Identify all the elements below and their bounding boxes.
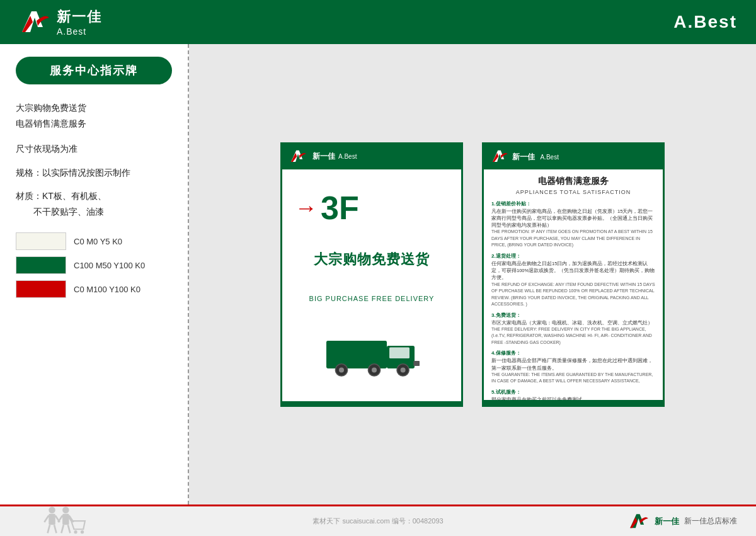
- spec-format-label: 规格：以实际情况按图示制作: [16, 165, 172, 181]
- sign-delivery-header: 新一佳 A.Best: [282, 144, 461, 169]
- people-silhouette: [35, 505, 91, 535]
- main-content: 服务中心指示牌 大宗购物免费送货 电器销售满意服务 尺寸依现场为准 规格：以实际…: [0, 44, 756, 505]
- logo-icon: [19, 8, 50, 37]
- footer: 素材天下 sucaisucai.com 编号：00482093 新一佳 新一佳总…: [0, 505, 756, 536]
- service-item-2: 2.退货处理： 任何家电商品在购物之日起15日内，加为退换商品，若经过技术检测认…: [491, 253, 655, 308]
- svg-rect-4: [326, 341, 387, 368]
- logo-chinese: 新一佳: [57, 8, 102, 26]
- left-panel: 服务中心指示牌 大宗购物免费送货 电器销售满意服务 尺寸依现场为准 规格：以实际…: [0, 44, 189, 505]
- header: 新一佳 A.Best A.Best: [0, 0, 756, 44]
- service-item-1-cn: 凡在新一佳购买的家电商品，在您购物之日起（凭发票）15天内，若您一家商行同型号商…: [491, 208, 655, 229]
- sign-delivery-logo-en: A.Best: [338, 153, 357, 160]
- swatch-green: [16, 256, 66, 274]
- spec-size: 尺寸依现场为准: [16, 141, 172, 157]
- footer-brand-suffix: 新一佳总店标准: [684, 516, 737, 527]
- svg-point-16: [49, 506, 55, 513]
- svg-point-22: [62, 506, 69, 513]
- color-swatches: C0 M0 Y5 K0 C100 M50 Y100 K0 C0 M100 Y10…: [16, 232, 172, 298]
- service-main-title: 电器销售满意服务: [491, 176, 655, 187]
- spec-material-label2: 不干胶贴字、油漆: [33, 204, 172, 220]
- sign-delivery-logo-text: 新一佳 A.Best: [312, 151, 357, 162]
- service-item-3: 3.免费送货： 市区大家电商品（大家电：电视机、冰箱、洗衣机、空调、立式燃气灶）…: [491, 312, 655, 346]
- service-item-2-en: THE REFUND OF EXCHANGE: ANY ITEM FOUND D…: [491, 282, 655, 308]
- service-item-4-en: THE GUARANTEE: THE ITEMS ARE GUARANTEED …: [491, 372, 655, 385]
- service-item-3-en: THE FREE DELIVERY: FREE DELIVERY IN CITY…: [491, 326, 655, 346]
- logo-english: A.Best: [57, 26, 102, 37]
- svg-rect-13: [413, 361, 420, 366]
- service-item-2-cn: 任何家电商品在购物之日起15日内，加为退换商品，若经过技术检测认定，可获得100…: [491, 260, 655, 282]
- header-logo: 新一佳 A.Best: [19, 8, 102, 37]
- sign-delivery-logo-cn: 新一佳: [312, 151, 335, 162]
- spec-material-label: 材质：KT板、有机板、: [16, 188, 172, 204]
- svg-point-8: [339, 367, 344, 372]
- footer-logo-icon: [627, 512, 650, 531]
- sign-service-logo-cn: 新一佳: [512, 152, 535, 161]
- sign-delivery-main-en: BIG PURCHASE FREE DELIVERY: [309, 295, 435, 302]
- spec-size-label: 尺寸依现场为准: [16, 141, 172, 157]
- service-content: 1.促销差价补贴： 凡在新一佳购买的家电商品，在您购物之日起（凭发票）15天内，…: [491, 200, 655, 400]
- swatch-row-white: C0 M0 Y5 K0: [16, 232, 172, 250]
- svg-line-26: [61, 525, 63, 533]
- svg-rect-23: [62, 514, 69, 525]
- svg-line-24: [58, 515, 62, 522]
- swatch-row-red: C0 M100 Y100 K0: [16, 280, 172, 298]
- truck-icon: [321, 328, 422, 379]
- spec-format: 规格：以实际情况按图示制作: [16, 165, 172, 181]
- sign-service-body: 电器销售满意服务 APPLIANCES TOTAL SATISFACTION 1…: [484, 169, 663, 400]
- header-brand-right: A.Best: [673, 12, 737, 32]
- sign-service-header: 新一佳 A.Best: [484, 144, 663, 169]
- swatch-red-label: C0 M100 Y100 K0: [74, 285, 140, 294]
- right-panel: 新一佳 A.Best → 3F 大宗购物免费送货 BIG PURCHASE FR…: [189, 44, 756, 505]
- svg-rect-6: [389, 347, 410, 358]
- spec-material: 材质：KT板、有机板、 不干胶贴字、油漆: [16, 188, 172, 220]
- service-item-1: 1.促销差价补贴： 凡在新一佳购买的家电商品，在您购物之日起（凭发票）15天内，…: [491, 200, 655, 249]
- service-item-4: 4.保修服务： 新一佳电器商品全部严格厂商质量保修服务，如您在此过程中遇到困难，…: [491, 350, 655, 385]
- svg-line-21: [54, 525, 56, 533]
- svg-line-18: [44, 515, 49, 522]
- service-item-4-title: 4.保修服务：: [491, 350, 655, 357]
- service-item-1: 大宗购物免费送货: [16, 100, 172, 116]
- svg-point-10: [372, 367, 377, 372]
- sign-service-logo-icon: [490, 149, 509, 164]
- svg-rect-17: [49, 514, 55, 525]
- swatch-white: [16, 232, 66, 250]
- floor-arrow: →: [295, 195, 318, 221]
- sign-delivery-body: → 3F 大宗购物免费送货 BIG PURCHASE FREE DELIVERY: [282, 169, 461, 401]
- service-item-3-cn: 市区大家电商品（大家电：电视机、冰箱、洗衣机、空调、立式燃气灶）: [491, 319, 655, 326]
- sign-service-logo-en: A.Best: [540, 154, 558, 161]
- service-item-2-title: 2.退货处理：: [491, 253, 655, 260]
- floor-indicator: → 3F: [295, 191, 359, 224]
- service-items: 大宗购物免费送货 电器销售满意服务: [16, 100, 172, 132]
- footer-watermark: 素材天下 sucaisucai.com 编号：00482093: [312, 516, 443, 526]
- service-item-1-en: THE PROMOTION: IF ANY ITEM GOES ON PROMO…: [491, 229, 655, 249]
- footer-logo-right: 新一佳 新一佳总店标准: [627, 512, 737, 531]
- sign-service: 新一佳 A.Best 电器销售满意服务 APPLIANCES TOTAL SAT…: [482, 142, 665, 407]
- sign-delivery-main-cn: 大宗购物免费送货: [314, 250, 430, 269]
- footer-brand-text: 新一佳: [655, 516, 679, 527]
- svg-line-27: [68, 525, 70, 533]
- sign-service-footer: [484, 400, 663, 405]
- sign-delivery-logo-icon: [289, 149, 307, 164]
- service-badge: 服务中心指示牌: [16, 57, 172, 84]
- svg-point-29: [74, 530, 77, 533]
- service-item-1-title: 1.促销差价补贴：: [491, 200, 655, 208]
- service-main-subtitle: APPLIANCES TOTAL SATISFACTION: [491, 189, 655, 195]
- swatch-green-label: C100 M50 Y100 K0: [74, 261, 145, 270]
- svg-point-30: [81, 530, 84, 533]
- svg-line-20: [48, 525, 50, 533]
- sign-delivery: 新一佳 A.Best → 3F 大宗购物免费送货 BIG PURCHASE FR…: [280, 142, 463, 407]
- swatch-red: [16, 280, 66, 298]
- service-item-2: 电器销售满意服务: [16, 116, 172, 132]
- svg-point-12: [401, 367, 406, 372]
- sign-delivery-footer: [282, 401, 461, 405]
- service-item-5: 5.试机服务： 部分家电商品在购买之前可以先免费测试。 TESTING: ABe…: [491, 389, 655, 400]
- swatch-row-green: C100 M50 Y100 K0: [16, 256, 172, 274]
- logo-text: 新一佳 A.Best: [57, 8, 102, 37]
- sign-service-logo-text: 新一佳 A.Best: [512, 151, 559, 163]
- floor-number: 3F: [321, 191, 359, 224]
- swatch-white-label: C0 M0 Y5 K0: [74, 237, 122, 246]
- service-item-4-cn: 新一佳电器商品全部严格厂商质量保修服务，如您在此过程中遇到困难，第一家联系新一佳…: [491, 357, 655, 372]
- service-item-3-title: 3.免费送货：: [491, 312, 655, 319]
- service-item-5-title: 5.试机服务：: [491, 389, 655, 396]
